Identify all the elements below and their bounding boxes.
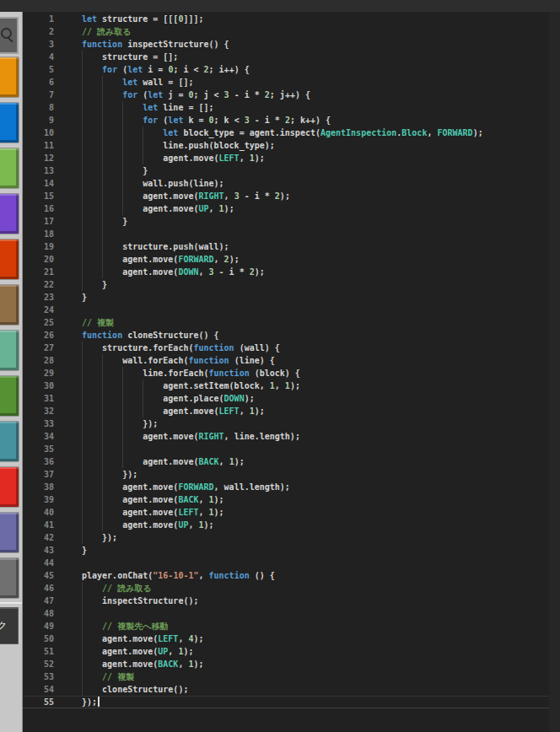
code-line[interactable]: 45player.onChat("16-10-1", function () { bbox=[23, 569, 549, 582]
code-line[interactable]: 29 line.forEach(function (block) { bbox=[23, 367, 549, 379]
code-line[interactable]: 39 agent.move(BACK, 1); bbox=[23, 493, 549, 506]
code-line-text: agent.move(BACK, 1); bbox=[82, 493, 224, 506]
line-number: 46 bbox=[23, 582, 59, 595]
code-line[interactable]: 30 agent.setItem(block, 1, 1); bbox=[23, 379, 549, 392]
code-line[interactable]: 46 // 読み取る bbox=[23, 582, 549, 595]
code-line[interactable]: 5 for (let i = 0; i < 2; i++) { bbox=[23, 63, 549, 76]
toolbox-category-light-green[interactable] bbox=[0, 148, 19, 188]
line-number: 21 bbox=[23, 266, 59, 278]
code-line[interactable]: 34 agent.move(RIGHT, line.length); bbox=[23, 430, 549, 443]
code-line[interactable]: 28 wall.forEach(function (line) { bbox=[23, 354, 549, 367]
code-line[interactable]: 25// 複製 bbox=[23, 316, 549, 329]
code-line[interactable]: 42 }); bbox=[23, 531, 549, 544]
code-line[interactable]: 37 }); bbox=[23, 468, 549, 481]
line-number: 1 bbox=[23, 13, 59, 25]
indent-guide bbox=[122, 101, 123, 114]
indent-guide bbox=[122, 152, 123, 164]
line-number: 42 bbox=[23, 531, 59, 544]
indent-guide bbox=[102, 89, 103, 101]
code-line-text: // 複製 bbox=[82, 316, 114, 329]
code-line[interactable]: 13 } bbox=[23, 164, 549, 177]
indent-guide bbox=[82, 126, 83, 139]
code-line[interactable]: 44 bbox=[23, 557, 549, 569]
code-line[interactable]: 51 agent.move(UP, 1); bbox=[23, 645, 549, 658]
code-line[interactable]: 6 let wall = []; bbox=[23, 76, 549, 89]
code-line[interactable]: 3function inspectStructure() { bbox=[23, 38, 549, 51]
code-line[interactable]: 43} bbox=[23, 544, 549, 557]
code-line[interactable]: 2// 読み取る bbox=[23, 25, 549, 38]
code-line-text: // 読み取る bbox=[82, 25, 132, 38]
toolbox-category-teal-blue[interactable] bbox=[0, 422, 19, 461]
code-line[interactable]: 40 agent.move(LEFT, 1); bbox=[23, 506, 549, 519]
code-line[interactable]: 12 agent.move(LEFT, 1); bbox=[23, 152, 549, 164]
code-line[interactable]: 33 }); bbox=[23, 417, 549, 430]
scrollbar-track[interactable] bbox=[549, 12, 560, 732]
indent-guide bbox=[82, 519, 83, 531]
toolbox-advanced-button[interactable]: ク bbox=[0, 607, 19, 644]
code-line[interactable]: 18 bbox=[23, 228, 549, 240]
toolbox-category-purple[interactable] bbox=[0, 194, 19, 234]
indent-guide bbox=[102, 443, 103, 455]
code-line[interactable]: 20 agent.move(FORWARD, 2); bbox=[23, 253, 549, 266]
code-line[interactable]: 22 } bbox=[23, 278, 549, 291]
code-line[interactable]: 17 } bbox=[23, 215, 549, 228]
code-line-text: // 読み取る bbox=[82, 582, 152, 595]
code-line[interactable]: 16 agent.move(UP, 1); bbox=[23, 202, 549, 215]
code-line-text: player.onChat("16-10-1", function () { bbox=[82, 569, 275, 582]
code-line[interactable]: 1let structure = [[[0]]]; bbox=[23, 13, 549, 25]
toolbox-category-red[interactable] bbox=[0, 467, 19, 507]
code-line[interactable]: 9 for (let k = 0; k < 3 - i * 2; k++) { bbox=[23, 114, 549, 126]
toolbox-category-blue[interactable] bbox=[0, 103, 19, 143]
indent-guide bbox=[82, 658, 83, 670]
code-line[interactable]: 48 bbox=[23, 607, 549, 620]
toolbox-category-red-orange[interactable] bbox=[0, 240, 19, 279]
code-line[interactable]: 38 agent.move(FORWARD, wall.length); bbox=[23, 481, 549, 493]
code-line[interactable]: 23} bbox=[23, 291, 549, 304]
indent-guide bbox=[82, 481, 83, 493]
code-line[interactable]: 4 structure = []; bbox=[23, 51, 549, 63]
code-line[interactable]: 50 agent.move(LEFT, 4); bbox=[23, 632, 549, 645]
indent-guide bbox=[102, 76, 103, 89]
code-line[interactable]: 10 let block_type = agent.inspect(AgentI… bbox=[23, 126, 549, 139]
toolbox-category-slate-purple[interactable] bbox=[0, 513, 19, 552]
code-line[interactable]: 52 agent.move(BACK, 1); bbox=[23, 658, 549, 670]
code-line[interactable]: 41 agent.move(UP, 1); bbox=[23, 519, 549, 531]
line-number: 9 bbox=[23, 114, 59, 126]
indent-guide bbox=[82, 114, 83, 126]
toolbox-category-gray[interactable] bbox=[0, 558, 19, 598]
code-line[interactable]: 8 let line = []; bbox=[23, 101, 549, 114]
code-line-text: } bbox=[82, 544, 87, 557]
code-line[interactable]: 7 for (let j = 0; j < 3 - i * 2; j++) { bbox=[23, 89, 549, 101]
indent-guide bbox=[82, 367, 83, 379]
code-line[interactable]: 36 agent.move(BACK, 1); bbox=[23, 455, 549, 468]
code-line[interactable]: 11 line.push(block_type); bbox=[23, 139, 549, 152]
code-editor[interactable]: 1let structure = [[[0]]];2// 読み取る3functi… bbox=[23, 12, 560, 732]
code-line[interactable]: 32 agent.move(LEFT, 1); bbox=[23, 405, 549, 417]
indent-guide bbox=[82, 240, 83, 253]
code-line[interactable]: 26function cloneStructure() { bbox=[23, 329, 549, 342]
code-line[interactable]: 14 wall.push(line); bbox=[23, 177, 549, 190]
line-number: 38 bbox=[23, 481, 59, 493]
code-line[interactable]: 15 agent.move(RIGHT, 3 - i * 2); bbox=[23, 190, 549, 202]
code-line[interactable]: 54 cloneStructure(); bbox=[23, 683, 549, 696]
toolbox-category-sea-green[interactable] bbox=[0, 331, 19, 370]
toolbox-category-orange[interactable] bbox=[0, 57, 19, 97]
code-area[interactable]: 1let structure = [[[0]]];2// 読み取る3functi… bbox=[23, 13, 549, 708]
code-line[interactable]: 27 structure.forEach(function (wall) { bbox=[23, 342, 549, 354]
toolbox-search-button[interactable] bbox=[0, 17, 19, 54]
code-line[interactable]: 31 agent.place(DOWN); bbox=[23, 392, 549, 405]
line-number: 33 bbox=[23, 417, 59, 430]
code-line[interactable]: 55}); bbox=[23, 696, 549, 708]
toolbox-category-brown[interactable] bbox=[0, 285, 19, 325]
toolbox-category-green[interactable] bbox=[0, 376, 19, 416]
code-line[interactable]: 49 // 複製先へ移動 bbox=[23, 620, 549, 632]
code-line[interactable]: 47 inspectStructure(); bbox=[23, 595, 549, 607]
line-number: 18 bbox=[23, 228, 59, 240]
line-number: 43 bbox=[23, 544, 59, 557]
code-line[interactable]: 35 bbox=[23, 443, 549, 455]
code-line[interactable]: 19 structure.push(wall); bbox=[23, 240, 549, 253]
code-line[interactable]: 24 bbox=[23, 304, 549, 316]
code-line[interactable]: 53 // 複製 bbox=[23, 670, 549, 683]
code-line[interactable]: 21 agent.move(DOWN, 3 - i * 2); bbox=[23, 266, 549, 278]
line-number: 10 bbox=[23, 126, 59, 139]
